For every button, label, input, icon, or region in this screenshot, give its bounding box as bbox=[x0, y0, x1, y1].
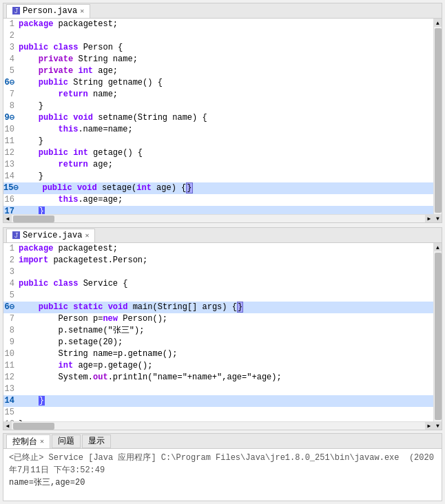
java-file-icon2: 🅹 bbox=[12, 231, 20, 240]
scroll-left-arrow2[interactable]: ◀ bbox=[3, 422, 12, 430]
table-row: 9⊖ public void setname(String name) { bbox=[3, 112, 433, 124]
person-v-scrollbar[interactable]: ▲ ▼ bbox=[433, 19, 442, 222]
table-row: 12 public int getage() { bbox=[3, 147, 433, 159]
table-row: 7 Person p=new Person(); bbox=[3, 313, 433, 325]
table-row: 5 bbox=[3, 290, 433, 302]
scroll-down-arrow2[interactable]: ▼ bbox=[434, 421, 442, 430]
console-output-line: name=张三,age=20 bbox=[9, 476, 436, 489]
table-row: 11 int age=p.getage(); bbox=[3, 360, 433, 372]
table-row: 15 bbox=[3, 407, 433, 419]
table-row: 6⊖ public String getname() { bbox=[3, 77, 433, 89]
table-row: 2 bbox=[3, 30, 433, 42]
service-code-lines: 1 package packagetest; 2 import packaget… bbox=[3, 243, 433, 421]
scroll-v-thumb2[interactable] bbox=[435, 253, 442, 420]
service-code-area: 1 package packagetest; 2 import packaget… bbox=[3, 243, 442, 430]
person-code-area: 1 package packagetest; 2 3 public class … bbox=[3, 19, 442, 222]
service-tab[interactable]: 🅹 Service.java ✕ bbox=[6, 229, 95, 242]
console-tab-active[interactable]: 控制台 ✕ bbox=[6, 434, 50, 448]
table-row: 5 private int age; bbox=[3, 65, 433, 77]
scroll-h-thumb[interactable] bbox=[13, 216, 54, 222]
console-tab-issues[interactable]: 问题 bbox=[52, 434, 81, 448]
console-status-line: <已终止> Service [Java 应用程序] C:\Program Fil… bbox=[9, 452, 436, 476]
table-row: 8 } bbox=[3, 101, 433, 112]
scroll-up-arrow2[interactable]: ▲ bbox=[434, 243, 442, 251]
console-tab-label: 控制台 bbox=[12, 436, 37, 448]
table-row: 6⊖ public static void main(String[] args… bbox=[3, 302, 433, 313]
table-row: 10 this.name=name; bbox=[3, 124, 433, 136]
table-row: 14 } bbox=[3, 171, 433, 182]
console-tab-bar: 控制台 ✕ 问题 显示 bbox=[3, 434, 442, 449]
scroll-left-arrow[interactable]: ◀ bbox=[3, 215, 12, 223]
scroll-down-arrow[interactable]: ▼ bbox=[434, 214, 442, 222]
person-tab[interactable]: 🅹 Person.java ✕ bbox=[6, 4, 90, 18]
table-row: 13 return age; bbox=[3, 159, 433, 171]
table-row: 1 package packagetest; bbox=[3, 19, 433, 30]
service-h-scrollbar[interactable]: ◀ ▶ bbox=[3, 421, 433, 430]
table-row: 10 String name=p.getname(); bbox=[3, 348, 433, 360]
table-row: 13 bbox=[3, 384, 433, 395]
service-editor: 🅹 Service.java ✕ 1 package packagetest; … bbox=[3, 227, 442, 430]
table-row: 15⊖ public void setage(int age) {} bbox=[3, 182, 433, 194]
console-output: <已终止> Service [Java 应用程序] C:\Program Fil… bbox=[3, 449, 442, 501]
service-v-scrollbar[interactable]: ▲ ▼ bbox=[433, 243, 442, 430]
scroll-right-arrow2[interactable]: ▶ bbox=[425, 422, 433, 430]
table-row: 14 } bbox=[3, 395, 433, 407]
table-row: 8 p.setname("张三"); bbox=[3, 325, 433, 337]
console-tab-display[interactable]: 显示 bbox=[82, 434, 111, 448]
table-row: 17 } bbox=[3, 206, 433, 214]
table-row: 3 public class Person { bbox=[3, 42, 433, 54]
table-row: 12 System.out.println("name="+name+",age… bbox=[3, 372, 433, 384]
console-tab-close-icon[interactable]: ✕ bbox=[40, 437, 44, 445]
person-editor: 🅹 Person.java ✕ 1 package packagetest; 2 bbox=[3, 3, 442, 223]
table-row: 4 private String name; bbox=[3, 54, 433, 65]
service-tab-title: Service.java bbox=[23, 231, 82, 240]
scroll-up-arrow[interactable]: ▲ bbox=[434, 19, 442, 27]
console-tab-display-label: 显示 bbox=[88, 435, 105, 447]
table-row: 1 package packagetest; bbox=[3, 243, 433, 255]
console-tab-issues-label: 问题 bbox=[58, 435, 74, 447]
java-file-icon: 🅹 bbox=[12, 7, 20, 16]
table-row: 4 public class Service { bbox=[3, 278, 433, 290]
table-row: 3 bbox=[3, 266, 433, 278]
console-panel: 控制台 ✕ 问题 显示 <已终止> Service [Java 应用程序] C:… bbox=[3, 433, 442, 501]
person-tab-title: Person.java bbox=[23, 6, 77, 16]
scroll-h-thumb2[interactable] bbox=[13, 423, 54, 430]
scroll-v-thumb[interactable] bbox=[435, 28, 442, 213]
table-row: 11 } bbox=[3, 136, 433, 147]
person-h-scrollbar[interactable]: ◀ ▶ bbox=[3, 214, 433, 222]
service-tab-close[interactable]: ✕ bbox=[85, 231, 89, 240]
table-row: 2 import packagetest.Person; bbox=[3, 255, 433, 266]
table-row: 9 p.setage(20); bbox=[3, 337, 433, 348]
person-tab-bar: 🅹 Person.java ✕ bbox=[3, 3, 442, 19]
service-tab-bar: 🅹 Service.java ✕ bbox=[3, 228, 442, 243]
table-row: 16 this.age=age; bbox=[3, 194, 433, 206]
scroll-right-arrow[interactable]: ▶ bbox=[425, 215, 433, 223]
table-row: 7 return name; bbox=[3, 89, 433, 101]
person-code-lines: 1 package packagetest; 2 3 public class … bbox=[3, 19, 433, 214]
person-tab-close[interactable]: ✕ bbox=[80, 7, 84, 15]
